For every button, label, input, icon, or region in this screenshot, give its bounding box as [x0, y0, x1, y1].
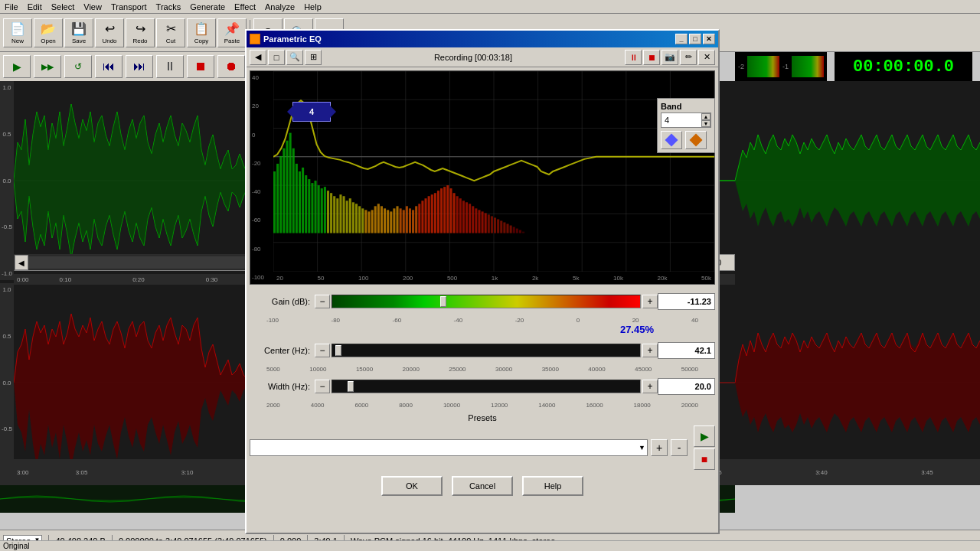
- gain-minus-btn[interactable]: −: [315, 295, 330, 308]
- svg-rect-70: [403, 210, 405, 233]
- gain-plus-btn[interactable]: +: [642, 295, 658, 308]
- gain-ticks: -100 -80 -60 -40 -20 0 20 40: [250, 317, 715, 324]
- band-next-btn[interactable]: [685, 131, 707, 149]
- eq-plot-svg: [273, 71, 714, 272]
- svg-rect-77: [424, 198, 426, 233]
- rewind-button[interactable]: ⏮: [95, 55, 122, 78]
- band-prev-diamond: [665, 134, 678, 147]
- menu-edit[interactable]: Edit: [28, 2, 42, 11]
- eq-collapse-btn[interactable]: ◀: [250, 50, 266, 65]
- presets-label: Presets: [250, 413, 715, 422]
- svg-rect-83: [443, 187, 446, 233]
- gain-value[interactable]: -11.23: [658, 293, 715, 310]
- copy-button[interactable]: 📋 Copy: [187, 18, 216, 47]
- menu-generate[interactable]: Generate: [190, 2, 225, 11]
- gain-slider-track[interactable]: [332, 295, 641, 308]
- forward-button[interactable]: ⏭: [126, 55, 153, 78]
- preview-buttons: ▶ ■: [694, 425, 715, 470]
- track-y-labels-bottom: 1.0 0.5 0.0 -0.5 -1.0: [0, 283, 14, 482]
- center-slider-track[interactable]: [332, 344, 641, 357]
- undo-button[interactable]: ↩ Undo: [95, 18, 124, 47]
- loop-button[interactable]: ↺: [64, 55, 92, 78]
- maximize-button[interactable]: □: [689, 34, 701, 44]
- eq-graph[interactable]: 40 20 0 -20 -40 -60 -80 -100: [250, 70, 715, 285]
- svg-rect-102: [503, 223, 505, 233]
- preview-stop-btn[interactable]: ■: [694, 448, 715, 470]
- svg-rect-60: [371, 210, 374, 233]
- width-slider-track[interactable]: [332, 380, 641, 393]
- center-value[interactable]: 42.1: [658, 342, 715, 359]
- menu-transport[interactable]: Transport: [111, 2, 147, 11]
- menu-tracks[interactable]: Tracks: [156, 2, 181, 11]
- scroll-left-btn[interactable]: ◀: [15, 255, 28, 270]
- svg-rect-94: [478, 210, 480, 233]
- menu-file[interactable]: File: [5, 2, 18, 11]
- dialog-buttons: OK Cancel Help: [250, 476, 715, 496]
- eq-fit-btn[interactable]: ⊞: [305, 50, 322, 65]
- minimize-button[interactable]: _: [675, 34, 688, 44]
- play-sel-button[interactable]: ▶▶: [34, 55, 61, 78]
- help-button[interactable]: Help: [522, 476, 583, 496]
- cut-button[interactable]: ✂ Cut: [156, 18, 185, 47]
- menu-help[interactable]: Help: [304, 2, 322, 11]
- band-spin-down[interactable]: ▼: [701, 120, 710, 127]
- svg-rect-88: [459, 198, 462, 233]
- eq-expand-btn[interactable]: □: [268, 50, 285, 65]
- width-value[interactable]: 20.0: [658, 378, 715, 395]
- eq-close-track-btn[interactable]: ✕: [698, 50, 715, 65]
- center-ticks: 5000 10000 15000 20000 25000 30000 35000…: [250, 366, 715, 373]
- menu-bar: File Edit Select View Transport Tracks G…: [0, 0, 980, 14]
- ok-button[interactable]: OK: [381, 476, 443, 496]
- timer-value: 00:00:00.0: [853, 57, 954, 77]
- close-button[interactable]: ✕: [703, 34, 715, 44]
- eq-sub-toolbar: ◀ □ 🔍 ⊞ Recording [00:03:18] ⏸ ⏹ 📷 ✏ ✕: [247, 47, 718, 67]
- presets-dropdown[interactable]: ▼: [250, 439, 648, 456]
- stop-button[interactable]: ⏹: [187, 55, 214, 78]
- record-button[interactable]: ⏺: [217, 55, 245, 78]
- center-slider-thumb[interactable]: [335, 345, 341, 356]
- svg-rect-84: [446, 185, 449, 233]
- pause-button[interactable]: ⏸: [156, 55, 184, 78]
- svg-rect-45: [324, 187, 326, 233]
- new-button[interactable]: 📄 New: [3, 18, 32, 47]
- presets-add-btn[interactable]: +: [651, 439, 668, 456]
- format-label: Original: [3, 542, 29, 550]
- band-spin-up[interactable]: ▲: [701, 113, 710, 120]
- eq-snapshot-btn[interactable]: 📷: [662, 50, 678, 65]
- center-row: Center (Hz): − + 42.1: [250, 337, 715, 364]
- menu-view[interactable]: View: [83, 2, 102, 11]
- eq-pencil-btn[interactable]: ✏: [680, 50, 697, 65]
- menu-effect[interactable]: Effect: [234, 2, 256, 11]
- save-button[interactable]: 💾 Save: [64, 18, 93, 47]
- eq-stop-btn[interactable]: ⏹: [643, 50, 660, 65]
- band-prev-btn[interactable]: [661, 131, 682, 149]
- svg-rect-32: [283, 148, 285, 233]
- svg-rect-86: [453, 193, 456, 233]
- menu-select[interactable]: Select: [51, 2, 75, 11]
- center-plus-btn[interactable]: +: [642, 344, 658, 357]
- svg-rect-106: [516, 229, 518, 233]
- gain-slider-thumb[interactable]: [440, 296, 446, 307]
- svg-rect-67: [393, 208, 395, 233]
- paste-button[interactable]: 📌 Paste: [217, 18, 247, 47]
- svg-rect-96: [485, 213, 487, 233]
- svg-rect-36: [296, 164, 298, 233]
- width-row: Width (Hz): − + 20.0: [250, 373, 715, 400]
- eq-pause-btn[interactable]: ⏸: [625, 50, 642, 65]
- play-button[interactable]: ▶: [3, 55, 31, 78]
- redo-button[interactable]: ↪ Redo: [126, 18, 155, 47]
- width-slider-thumb[interactable]: [348, 381, 354, 392]
- width-plus-btn[interactable]: +: [642, 380, 658, 393]
- presets-remove-btn[interactable]: -: [671, 439, 688, 456]
- presets-section: Presets ▼ + - ▶ ■: [250, 413, 715, 470]
- cancel-button[interactable]: Cancel: [452, 476, 513, 496]
- band-handle[interactable]: 4: [292, 102, 331, 122]
- preview-play-btn[interactable]: ▶: [694, 425, 715, 447]
- center-minus-btn[interactable]: −: [315, 344, 330, 357]
- open-button[interactable]: 📂 Open: [34, 18, 63, 47]
- band-spinbox[interactable]: 4 ▲ ▼: [661, 112, 711, 128]
- svg-rect-90: [466, 202, 468, 233]
- width-minus-btn[interactable]: −: [315, 380, 330, 393]
- menu-analyze[interactable]: Analyze: [265, 2, 295, 11]
- eq-zoom-btn[interactable]: 🔍: [286, 50, 303, 65]
